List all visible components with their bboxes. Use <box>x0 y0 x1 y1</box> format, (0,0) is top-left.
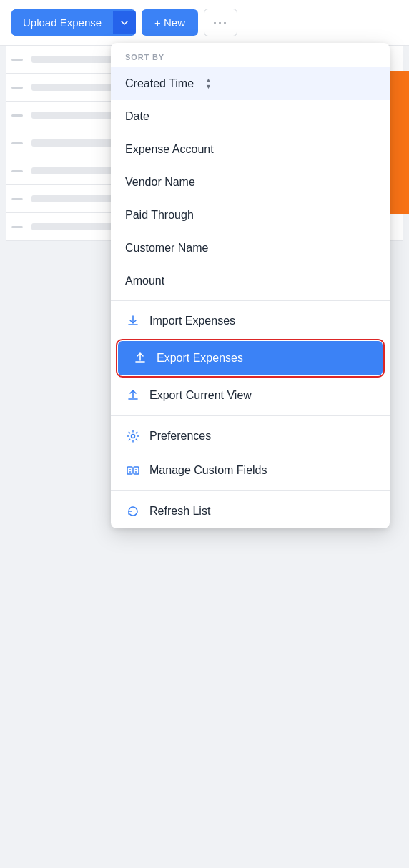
divider <box>111 415 390 416</box>
export-expenses-button[interactable]: Export Expenses <box>118 341 383 375</box>
refresh-list-button[interactable]: Refresh List <box>111 494 390 528</box>
sort-amount[interactable]: Amount <box>111 265 390 297</box>
manage-custom-fields-label: Manage Custom Fields <box>149 464 267 477</box>
sort-created-time[interactable]: Created Time ▲ ▼ <box>111 67 390 100</box>
svg-rect-4 <box>134 467 139 474</box>
manage-custom-fields-button[interactable]: Manage Custom Fields <box>111 453 390 488</box>
sort-paid-through-label: Paid Through <box>125 209 194 222</box>
sort-dropdown-menu: SORT BY Created Time ▲ ▼ Date Expense Ac… <box>111 43 390 528</box>
dropdown-overlay[interactable]: SORT BY Created Time ▲ ▼ Date Expense Ac… <box>0 0 409 868</box>
sort-expense-account-label: Expense Account <box>125 143 214 156</box>
export-current-view-icon <box>125 388 141 403</box>
export-expenses-label: Export Expenses <box>157 352 243 365</box>
sort-arrows-icon: ▲ ▼ <box>205 77 212 90</box>
divider <box>111 490 390 491</box>
sort-by-label: SORT BY <box>111 43 390 67</box>
divider <box>111 300 390 301</box>
svg-point-2 <box>132 435 135 438</box>
sort-date-label: Date <box>125 110 149 123</box>
refresh-icon <box>125 504 141 518</box>
sort-amount-label: Amount <box>125 275 164 287</box>
sort-paid-through[interactable]: Paid Through <box>111 199 390 232</box>
preferences-label: Preferences <box>149 430 211 443</box>
svg-rect-3 <box>127 467 132 474</box>
fields-icon <box>125 463 141 478</box>
export-current-view-button[interactable]: Export Current View <box>111 378 390 413</box>
preferences-button[interactable]: Preferences <box>111 419 390 453</box>
sort-vendor-name[interactable]: Vendor Name <box>111 166 390 199</box>
sort-customer-name-label: Customer Name <box>125 242 208 255</box>
sort-vendor-name-label: Vendor Name <box>125 176 195 189</box>
sort-date[interactable]: Date <box>111 100 390 133</box>
export-current-view-label: Export Current View <box>149 389 252 402</box>
refresh-list-label: Refresh List <box>149 505 210 518</box>
sort-expense-account[interactable]: Expense Account <box>111 133 390 166</box>
sort-created-time-label: Created Time <box>125 77 194 90</box>
gear-icon <box>125 429 141 443</box>
export-icon-highlighted <box>132 351 148 365</box>
import-expenses-label: Import Expenses <box>149 315 235 327</box>
import-expenses-button[interactable]: Import Expenses <box>111 304 390 338</box>
sort-customer-name[interactable]: Customer Name <box>111 232 390 265</box>
import-icon <box>125 314 141 328</box>
